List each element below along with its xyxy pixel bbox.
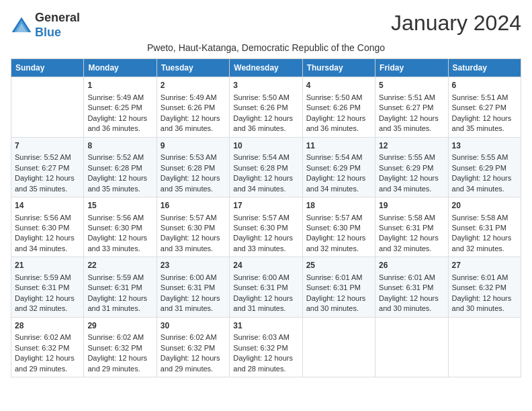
day-number: 12 <box>379 140 444 152</box>
daylight-text: Daylight: 12 hours and 33 minutes. <box>161 233 226 254</box>
calendar-cell: 21Sunrise: 5:59 AMSunset: 6:31 PMDayligh… <box>11 257 84 317</box>
sunrise-text: Sunrise: 6:02 AM <box>15 332 80 342</box>
day-number: 4 <box>306 80 371 91</box>
daylight-text: Daylight: 12 hours and 35 minutes. <box>452 113 517 134</box>
week-row-2: 14Sunrise: 5:56 AMSunset: 6:30 PMDayligh… <box>11 197 521 257</box>
day-number: 6 <box>452 80 517 91</box>
calendar-cell: 28Sunrise: 6:02 AMSunset: 6:32 PMDayligh… <box>11 317 84 377</box>
sunrise-text: Sunrise: 5:58 AM <box>379 213 444 223</box>
calendar-table: Sunday Monday Tuesday Wednesday Thursday… <box>11 58 521 377</box>
sunset-text: Sunset: 6:30 PM <box>87 223 152 233</box>
sunset-text: Sunset: 6:30 PM <box>15 223 80 233</box>
calendar-cell: 1Sunrise: 5:49 AMSunset: 6:25 PMDaylight… <box>84 77 157 137</box>
calendar-cell: 13Sunrise: 5:55 AMSunset: 6:29 PMDayligh… <box>448 137 521 197</box>
sunset-text: Sunset: 6:32 PM <box>233 343 298 353</box>
sunrise-text: Sunrise: 5:52 AM <box>87 152 152 163</box>
daylight-text: Daylight: 12 hours and 29 minutes. <box>87 353 152 374</box>
day-number: 9 <box>161 140 226 152</box>
calendar-cell: 27Sunrise: 6:01 AMSunset: 6:32 PMDayligh… <box>448 257 521 317</box>
daylight-text: Daylight: 12 hours and 35 minutes. <box>161 173 226 194</box>
daylight-text: Daylight: 12 hours and 30 minutes. <box>306 293 371 314</box>
sunrise-text: Sunrise: 6:00 AM <box>161 273 226 283</box>
calendar-cell: 6Sunrise: 5:51 AMSunset: 6:27 PMDaylight… <box>448 77 521 137</box>
calendar-cell: 15Sunrise: 5:56 AMSunset: 6:30 PMDayligh… <box>84 197 157 257</box>
daylight-text: Daylight: 12 hours and 36 minutes. <box>233 113 298 134</box>
daylight-text: Daylight: 12 hours and 32 minutes. <box>15 293 80 314</box>
header: General Blue January 2024 <box>11 11 521 40</box>
daylight-text: Daylight: 12 hours and 36 minutes. <box>161 113 226 134</box>
day-number: 7 <box>15 140 80 152</box>
daylight-text: Daylight: 12 hours and 30 minutes. <box>452 293 517 314</box>
sunset-text: Sunset: 6:27 PM <box>15 163 80 173</box>
calendar-cell <box>375 317 448 377</box>
sunrise-text: Sunrise: 5:52 AM <box>15 152 80 163</box>
daylight-text: Daylight: 12 hours and 36 minutes. <box>306 113 371 134</box>
daylight-text: Daylight: 12 hours and 35 minutes. <box>15 173 80 194</box>
sunset-text: Sunset: 6:31 PM <box>15 283 80 293</box>
daylight-text: Daylight: 12 hours and 35 minutes. <box>379 113 444 134</box>
sunrise-text: Sunrise: 5:49 AM <box>161 93 226 103</box>
sunrise-text: Sunrise: 5:49 AM <box>87 93 152 103</box>
col-sunday: Sunday <box>11 59 84 77</box>
location-title: Pweto, Haut-Katanga, Democratic Republic… <box>11 42 521 53</box>
daylight-text: Daylight: 12 hours and 30 minutes. <box>379 293 444 314</box>
calendar-cell: 16Sunrise: 5:57 AMSunset: 6:30 PMDayligh… <box>157 197 229 257</box>
day-number: 17 <box>233 200 298 212</box>
sunrise-text: Sunrise: 5:56 AM <box>87 213 152 223</box>
calendar-body: 1Sunrise: 5:49 AMSunset: 6:25 PMDaylight… <box>11 77 521 377</box>
day-number: 22 <box>87 260 152 271</box>
calendar-cell: 12Sunrise: 5:55 AMSunset: 6:29 PMDayligh… <box>375 137 448 197</box>
sunrise-text: Sunrise: 5:51 AM <box>452 93 517 103</box>
sunrise-text: Sunrise: 6:00 AM <box>233 273 298 283</box>
sunset-text: Sunset: 6:31 PM <box>233 283 298 293</box>
sunset-text: Sunset: 6:31 PM <box>306 283 371 293</box>
calendar-cell: 29Sunrise: 6:02 AMSunset: 6:32 PMDayligh… <box>84 317 157 377</box>
calendar-cell: 5Sunrise: 5:51 AMSunset: 6:27 PMDaylight… <box>375 77 448 137</box>
col-thursday: Thursday <box>302 59 375 77</box>
sunset-text: Sunset: 6:30 PM <box>306 223 371 233</box>
sunset-text: Sunset: 6:29 PM <box>306 163 371 173</box>
day-number: 13 <box>452 140 517 152</box>
logo: General Blue <box>11 11 80 40</box>
daylight-text: Daylight: 12 hours and 34 minutes. <box>306 173 371 194</box>
sunset-text: Sunset: 6:26 PM <box>306 103 371 113</box>
week-row-3: 21Sunrise: 5:59 AMSunset: 6:31 PMDayligh… <box>11 257 521 317</box>
calendar-cell: 18Sunrise: 5:57 AMSunset: 6:30 PMDayligh… <box>302 197 375 257</box>
sunset-text: Sunset: 6:30 PM <box>161 223 226 233</box>
calendar-cell: 11Sunrise: 5:54 AMSunset: 6:29 PMDayligh… <box>302 137 375 197</box>
sunrise-text: Sunrise: 5:51 AM <box>379 93 444 103</box>
sunset-text: Sunset: 6:32 PM <box>15 343 80 353</box>
sunrise-text: Sunrise: 5:54 AM <box>306 152 371 163</box>
calendar-cell: 24Sunrise: 6:00 AMSunset: 6:31 PMDayligh… <box>230 257 302 317</box>
sunset-text: Sunset: 6:32 PM <box>452 283 517 293</box>
day-number: 26 <box>379 260 444 271</box>
day-number: 5 <box>379 80 444 91</box>
day-number: 21 <box>15 260 80 271</box>
sunset-text: Sunset: 6:31 PM <box>87 283 152 293</box>
calendar-cell: 7Sunrise: 5:52 AMSunset: 6:27 PMDaylight… <box>11 137 84 197</box>
daylight-text: Daylight: 12 hours and 34 minutes. <box>379 173 444 194</box>
sunset-text: Sunset: 6:31 PM <box>379 283 444 293</box>
sunrise-text: Sunrise: 5:58 AM <box>452 213 517 223</box>
sunrise-text: Sunrise: 5:50 AM <box>233 93 298 103</box>
sunrise-text: Sunrise: 5:59 AM <box>15 273 80 283</box>
calendar-header: Sunday Monday Tuesday Wednesday Thursday… <box>11 59 521 77</box>
logo-icon <box>11 16 32 35</box>
day-number: 2 <box>161 80 226 91</box>
col-saturday: Saturday <box>448 59 521 77</box>
col-tuesday: Tuesday <box>157 59 229 77</box>
sunrise-text: Sunrise: 5:55 AM <box>452 152 517 163</box>
daylight-text: Daylight: 12 hours and 33 minutes. <box>233 233 298 254</box>
day-number: 28 <box>15 320 80 332</box>
day-number: 20 <box>452 200 517 212</box>
sunrise-text: Sunrise: 5:56 AM <box>15 213 80 223</box>
col-wednesday: Wednesday <box>230 59 302 77</box>
calendar-cell: 2Sunrise: 5:49 AMSunset: 6:26 PMDaylight… <box>157 77 229 137</box>
calendar-cell: 4Sunrise: 5:50 AMSunset: 6:26 PMDaylight… <box>302 77 375 137</box>
calendar-cell: 25Sunrise: 6:01 AMSunset: 6:31 PMDayligh… <box>302 257 375 317</box>
sunrise-text: Sunrise: 6:01 AM <box>379 273 444 283</box>
calendar-cell: 3Sunrise: 5:50 AMSunset: 6:26 PMDaylight… <box>230 77 302 137</box>
sunset-text: Sunset: 6:28 PM <box>87 163 152 173</box>
day-number: 29 <box>87 320 152 332</box>
day-number: 18 <box>306 200 371 212</box>
